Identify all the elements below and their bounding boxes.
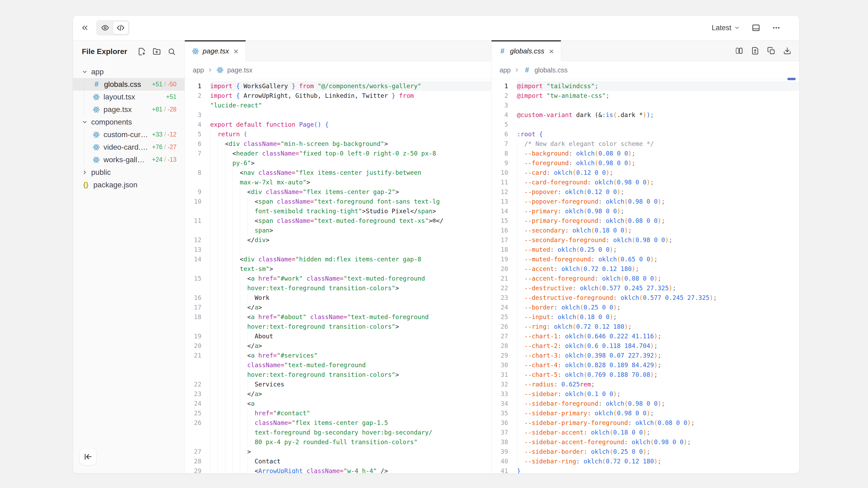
ellipsis-icon xyxy=(772,24,780,32)
code-line: max-w-7xl mx-auto"> xyxy=(210,177,491,187)
code-line: --sidebar-accent: oklch(0.18 0 0); xyxy=(517,428,799,437)
code-row: 9 <div className="flex items-center gap-… xyxy=(185,187,491,197)
line-number: 2 xyxy=(492,91,508,100)
code-editor-globals-css[interactable]: 1@import "tailwindcss";2@import "tw-anim… xyxy=(492,79,799,473)
line-number: 39 xyxy=(492,447,508,456)
code-row: 5 xyxy=(492,120,799,129)
close-tab-icon[interactable]: × xyxy=(234,47,239,56)
tree-folder-public[interactable]: public xyxy=(73,166,185,178)
tree-folder-app[interactable]: app xyxy=(73,65,185,78)
code-row: 26 --ring: oklch(0.72 0.12 180); xyxy=(492,322,799,331)
collapse-panel-button[interactable] xyxy=(81,24,89,32)
code-editor-page-tsx[interactable]: 1import { WorksGallery } from "@/compone… xyxy=(185,79,491,473)
chevron-right-icon xyxy=(208,67,213,73)
code-line: --foreground: oklch(0.98 0 0); xyxy=(517,158,799,168)
line-number: 20 xyxy=(492,264,508,274)
code-row: 12 </div> xyxy=(185,235,491,245)
code-line: <a xyxy=(210,399,491,409)
line-number xyxy=(185,428,202,437)
code-row: 6 <div className="min-h-screen bg-backgr… xyxy=(185,139,491,149)
panel-split-icon xyxy=(735,47,743,55)
tree-file-page.tsx[interactable]: page.tsx+81 / -28 xyxy=(73,103,185,116)
code-row: 25 href="#contact" xyxy=(185,409,491,418)
tree-file-globals.css[interactable]: #globals.css+51 / -50 xyxy=(73,78,185,91)
line-number: 24 xyxy=(492,302,508,312)
tab-globals-css[interactable]: # globals.css × xyxy=(492,40,561,61)
breadcrumb-folder: app xyxy=(499,66,511,74)
eye-icon xyxy=(101,24,109,32)
code-line: return ( xyxy=(210,129,491,139)
collapse-sidebar-button[interactable] xyxy=(80,448,96,465)
tree-file-video-card.tsx[interactable]: video-card.tsx+76 / -27 xyxy=(73,141,185,153)
new-file-button[interactable] xyxy=(138,47,146,56)
line-number: 13 xyxy=(492,197,508,206)
code-line: --chart-1: oklch(0.646 0.222 41.116); xyxy=(517,331,799,341)
code-line: <div className="flex items-center gap-2"… xyxy=(210,187,491,197)
split-view-button[interactable] xyxy=(735,47,743,55)
line-number: 6 xyxy=(185,139,202,149)
tabbar-left: page.tsx × xyxy=(185,40,491,61)
line-number: 10 xyxy=(492,168,508,177)
version-label: Latest xyxy=(712,24,731,32)
line-number xyxy=(185,226,202,235)
code-line: <a href="#work" className="text-muted-fo… xyxy=(210,274,491,283)
tree-item-label: app xyxy=(91,68,104,76)
code-line: <a href="#about" className="text-muted-f… xyxy=(210,312,491,322)
code-row: 41} xyxy=(492,466,799,473)
view-diff-button[interactable] xyxy=(751,47,759,55)
code-row: 11 --card-foreground: oklch(0.98 0 0); xyxy=(492,177,799,187)
code-row: className="text-muted-foreground xyxy=(185,360,491,370)
file-plus-icon xyxy=(138,47,146,56)
line-number: 19 xyxy=(492,254,508,264)
close-tab-icon[interactable]: × xyxy=(549,47,554,56)
code-line: --card-foreground: oklch(0.98 0 0); xyxy=(517,177,799,187)
tree-file-works-galler[interactable]: works-galler…+24 / -13 xyxy=(73,153,185,166)
code-row: hover:text-foreground transition-colors"… xyxy=(185,322,491,331)
search-files-button[interactable] xyxy=(168,47,176,56)
code-row: 11 <span className="text-muted-foregroun… xyxy=(185,216,491,226)
code-line: --secondary: oklch(0.18 0 0); xyxy=(517,226,799,235)
tab-label: page.tsx xyxy=(203,47,229,55)
code-line: <header className="fixed top-0 left-0 ri… xyxy=(210,149,491,158)
new-folder-button[interactable] xyxy=(153,47,161,56)
code-line: </a> xyxy=(210,389,491,399)
code-line: @import "tw-animate-css"; xyxy=(517,91,799,100)
code-line: --popover-foreground: oklch(0.98 0 0); xyxy=(517,197,799,206)
more-options-button[interactable] xyxy=(772,24,780,32)
code-line: span> xyxy=(210,226,491,235)
code-line: <div className="hidden md:flex items-cen… xyxy=(210,254,491,264)
code-row: span> xyxy=(185,226,491,235)
panel-bottom-icon xyxy=(752,24,760,32)
code-row: 14 --primary: oklch(0.98 0 0); xyxy=(492,206,799,216)
code-row: 13 --popover-foreground: oklch(0.98 0 0)… xyxy=(492,197,799,206)
code-line: About xyxy=(210,331,491,341)
line-number xyxy=(185,177,202,187)
copy-code-button[interactable] xyxy=(767,47,775,55)
code-row: 7 /* New dark elegant color scheme */ xyxy=(492,139,799,149)
line-number: 33 xyxy=(492,389,508,399)
bottom-panel-button[interactable] xyxy=(752,24,760,32)
line-number: 18 xyxy=(492,245,508,254)
tree-file-custom-curs[interactable]: custom-curs…+33 / -12 xyxy=(73,128,185,141)
code-row: 34 --sidebar-foreground: oklch(0.98 0 0)… xyxy=(492,399,799,409)
tree-file-package.json[interactable]: {}package.json xyxy=(73,178,185,191)
download-code-button[interactable] xyxy=(783,47,791,55)
tab-page-tsx[interactable]: page.tsx × xyxy=(185,40,246,61)
line-number xyxy=(185,360,202,370)
tree-file-layout.tsx[interactable]: layout.tsx+51 xyxy=(73,91,185,103)
code-line: --radius: 0.625rem; xyxy=(517,380,799,389)
diff-stats: +76 / -27 xyxy=(152,143,177,151)
react-icon xyxy=(93,93,100,101)
code-toggle-button[interactable] xyxy=(113,21,128,34)
line-number: 35 xyxy=(492,409,508,418)
preview-toggle-button[interactable] xyxy=(97,21,113,34)
code-line: --chart-2: oklch(0.6 0.118 184.704); xyxy=(517,341,799,351)
line-number: 15 xyxy=(492,216,508,226)
version-dropdown[interactable]: Latest xyxy=(712,24,740,32)
code-line: } xyxy=(517,466,799,473)
editor-pane-page-tsx: page.tsx × app page.tsx 1import { WorksG… xyxy=(185,40,492,473)
tree-folder-components[interactable]: components xyxy=(73,116,185,128)
code-line: --primary: oklch(0.98 0 0); xyxy=(517,206,799,216)
code-row: 29 --chart-3: oklch(0.398 0.07 227.392); xyxy=(492,351,799,360)
code-row: 23 </a> xyxy=(185,389,491,399)
